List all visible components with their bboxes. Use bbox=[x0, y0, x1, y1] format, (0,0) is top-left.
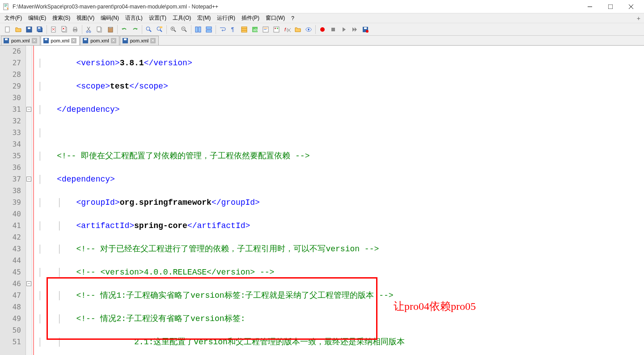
tab-close-icon[interactable]: ✕ bbox=[71, 38, 76, 43]
disk-icon bbox=[3, 38, 9, 44]
disk-icon bbox=[43, 38, 49, 44]
show-all-chars-icon[interactable]: ¶ bbox=[229, 25, 238, 34]
undo-icon[interactable] bbox=[119, 25, 129, 34]
svg-rect-44 bbox=[206, 27, 212, 29]
menu-plus[interactable]: + bbox=[637, 15, 640, 22]
disk-icon bbox=[122, 38, 128, 44]
indent-guide-icon[interactable] bbox=[239, 25, 249, 34]
sync-v-icon[interactable] bbox=[193, 25, 203, 34]
zoom-in-icon[interactable] bbox=[169, 25, 178, 34]
zoom-out-icon[interactable] bbox=[179, 25, 189, 34]
svg-rect-1 bbox=[4, 4, 7, 5]
svg-text:ab: ab bbox=[253, 28, 258, 32]
function-list-icon[interactable]: f(x) bbox=[282, 25, 292, 34]
line-number: 34 bbox=[0, 139, 21, 150]
line-number: 32 bbox=[0, 115, 21, 127]
svg-rect-57 bbox=[277, 28, 278, 29]
fold-marker-icon[interactable]: − bbox=[26, 177, 31, 182]
sync-h-icon[interactable] bbox=[204, 25, 214, 34]
doc-map-icon[interactable] bbox=[261, 25, 271, 34]
svg-rect-5 bbox=[608, 4, 613, 9]
menu-help[interactable]: ? bbox=[288, 14, 297, 22]
tab-close-icon[interactable]: ✕ bbox=[150, 38, 156, 43]
menu-file[interactable]: 文件(F) bbox=[2, 13, 25, 23]
app-icon bbox=[3, 3, 10, 10]
menu-macro[interactable]: 宏(M) bbox=[195, 13, 213, 23]
line-number: 30 bbox=[0, 92, 21, 104]
line-number: 46 bbox=[0, 278, 21, 290]
paste-icon[interactable] bbox=[106, 25, 115, 34]
toolbar-separator bbox=[191, 25, 191, 34]
new-file-icon[interactable] bbox=[3, 25, 13, 34]
tab-close-icon[interactable]: ✕ bbox=[111, 38, 116, 43]
line-number: 38 bbox=[0, 185, 21, 197]
open-file-icon[interactable] bbox=[13, 25, 23, 34]
code-content[interactable]: │ <version>3.8.1</version> │ <scope>test… bbox=[36, 46, 644, 355]
line-number: 45 bbox=[0, 266, 21, 278]
maximize-button[interactable] bbox=[600, 0, 621, 13]
doc-list-icon[interactable] bbox=[271, 25, 281, 34]
toolbar-separator bbox=[47, 25, 47, 34]
svg-rect-13 bbox=[38, 27, 40, 29]
menu-view[interactable]: 视图(V) bbox=[74, 13, 97, 23]
wordwrap-icon[interactable] bbox=[218, 25, 228, 34]
menu-language[interactable]: 语言(L) bbox=[123, 13, 145, 23]
save-macro-icon[interactable] bbox=[360, 25, 370, 34]
fold-marker-icon[interactable]: − bbox=[26, 107, 31, 112]
menu-edit[interactable]: 编辑(E) bbox=[25, 13, 49, 23]
stop-icon[interactable] bbox=[328, 25, 338, 34]
copy-icon[interactable] bbox=[95, 25, 105, 34]
find-icon[interactable] bbox=[144, 25, 154, 34]
record-icon[interactable] bbox=[318, 25, 327, 34]
svg-point-66 bbox=[366, 30, 369, 33]
line-number: 26 bbox=[0, 46, 21, 57]
tab-label: pom.xml bbox=[11, 38, 30, 43]
menu-encoding[interactable]: 编码(N) bbox=[98, 13, 122, 23]
menu-window[interactable]: 窗口(W) bbox=[263, 13, 288, 23]
svg-rect-34 bbox=[160, 26, 162, 28]
svg-rect-70 bbox=[45, 38, 47, 40]
minimize-button[interactable] bbox=[580, 0, 600, 13]
annotation-text: 让pro04依赖pro05 bbox=[394, 300, 476, 312]
menu-search[interactable]: 搜索(S) bbox=[50, 13, 73, 23]
svg-text:f: f bbox=[284, 27, 286, 32]
line-number: 43 bbox=[0, 243, 21, 255]
toolbar-separator bbox=[166, 25, 167, 34]
save-icon[interactable] bbox=[24, 25, 34, 34]
line-number: 35 bbox=[0, 150, 21, 162]
svg-line-33 bbox=[160, 30, 162, 32]
redo-icon[interactable] bbox=[130, 25, 140, 34]
svg-rect-22 bbox=[74, 27, 76, 29]
toolbar-separator bbox=[315, 25, 316, 34]
file-tab[interactable]: pom.xml ✕ bbox=[1, 36, 40, 45]
file-tab[interactable]: pom.xml ✕ bbox=[80, 36, 119, 45]
fold-marker-icon[interactable]: − bbox=[26, 281, 31, 286]
svg-rect-72 bbox=[84, 38, 87, 40]
toolbar-separator bbox=[117, 25, 118, 34]
lang-icon[interactable]: ab bbox=[250, 25, 260, 34]
close-file-icon[interactable] bbox=[49, 25, 59, 34]
folder-icon[interactable] bbox=[293, 25, 303, 34]
file-tab[interactable]: pom.xml ✕ bbox=[41, 36, 80, 45]
svg-rect-2 bbox=[4, 5, 7, 6]
print-icon[interactable] bbox=[70, 25, 80, 34]
file-tab[interactable]: pom.xml ✕ bbox=[120, 36, 159, 45]
save-all-icon[interactable] bbox=[35, 25, 45, 34]
svg-line-38 bbox=[174, 30, 176, 32]
line-number: 51 bbox=[0, 336, 21, 348]
close-button[interactable] bbox=[621, 0, 641, 13]
close-all-icon[interactable] bbox=[59, 25, 69, 34]
menu-settings[interactable]: 设置(T) bbox=[146, 13, 169, 23]
menu-plugins[interactable]: 插件(P) bbox=[239, 13, 262, 23]
play-multi-icon[interactable] bbox=[350, 25, 360, 34]
play-icon[interactable] bbox=[339, 25, 349, 34]
toolbar-separator bbox=[82, 25, 82, 34]
svg-rect-56 bbox=[275, 28, 276, 29]
tab-close-icon[interactable]: ✕ bbox=[32, 38, 37, 43]
replace-icon[interactable] bbox=[155, 25, 165, 34]
menu-run[interactable]: 运行(R) bbox=[214, 13, 238, 23]
cut-icon[interactable] bbox=[84, 25, 94, 34]
svg-line-31 bbox=[149, 30, 151, 32]
monitor-icon[interactable] bbox=[304, 25, 314, 34]
menu-tools[interactable]: 工具(O) bbox=[170, 13, 194, 23]
